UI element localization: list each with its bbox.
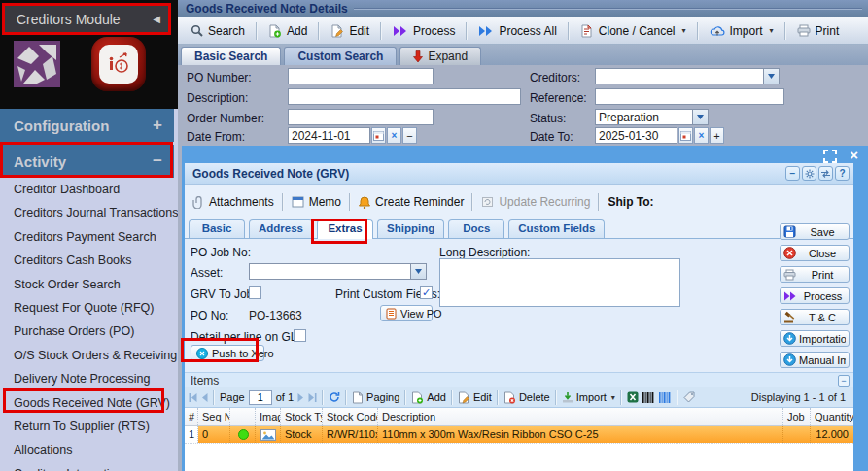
sidebar-item-creditors-interaction[interactable]: Creditors Interaction bbox=[0, 462, 178, 471]
manual-import-button[interactable]: Manual Importa bbox=[780, 352, 850, 368]
chevron-down-icon[interactable]: ▾ bbox=[611, 393, 615, 402]
col-header-description[interactable]: Description bbox=[378, 408, 783, 425]
minimize-button[interactable]: − bbox=[785, 166, 800, 181]
collapse-minus-icon[interactable]: − bbox=[153, 151, 162, 171]
collapse-sidebar-icon[interactable]: ◀ bbox=[153, 14, 160, 24]
sidebar-item-creditor-dashboard[interactable]: Creditor Dashboard bbox=[0, 178, 178, 201]
status-select[interactable]: Preparation bbox=[595, 109, 709, 125]
sidebar-item-delivery-note-processing[interactable]: Delivery Note Processing bbox=[0, 367, 178, 390]
barcode-blue-button[interactable] bbox=[659, 392, 672, 403]
tab-shipping[interactable]: Shipping bbox=[377, 219, 444, 238]
barcode-button[interactable] bbox=[642, 392, 655, 403]
process-button[interactable]: Process bbox=[386, 21, 462, 41]
search-button[interactable]: Search bbox=[184, 21, 252, 41]
order-number-input[interactable] bbox=[288, 109, 434, 125]
save-button[interactable]: Save bbox=[780, 223, 850, 240]
edit-button[interactable]: Edit bbox=[324, 21, 376, 41]
sidebar-item-creditors-cash-books[interactable]: Creditors Cash Books bbox=[0, 249, 178, 272]
sidebar-item-goods-received-note[interactable]: Goods Received Note (GRV) bbox=[0, 391, 178, 415]
settings-gear-button[interactable] bbox=[802, 166, 816, 181]
sidebar-item-allocations[interactable]: Allocations bbox=[0, 438, 178, 461]
chevron-down-icon[interactable] bbox=[692, 110, 708, 124]
tab-custom-search[interactable]: Custom Search bbox=[284, 47, 397, 65]
tab-docs[interactable]: Docs bbox=[448, 219, 504, 238]
expand-button[interactable]: Expand bbox=[399, 47, 481, 65]
refresh-grid-button[interactable] bbox=[329, 391, 340, 403]
first-page-button[interactable] bbox=[189, 393, 197, 402]
sidebar-section-configuration[interactable]: Configuration + bbox=[0, 109, 174, 142]
print-button[interactable]: Print bbox=[790, 21, 847, 41]
sidebar-item-return-to-supplier[interactable]: Return To Supplier (RTS) bbox=[0, 415, 178, 438]
delete-row-button[interactable]: Delete bbox=[503, 391, 550, 404]
tab-extras[interactable]: Extras bbox=[317, 219, 373, 239]
print-custom-fields-checkbox[interactable]: ✓ bbox=[420, 286, 433, 299]
po-number-input[interactable] bbox=[288, 68, 434, 84]
sidebar-item-os-stock-orders[interactable]: O/S Stock Orders & Receiving bbox=[0, 344, 178, 367]
grv-to-job-checkbox[interactable] bbox=[249, 286, 261, 299]
import-rows-button[interactable]: Import ▾ bbox=[562, 391, 615, 403]
help-button[interactable]: ? bbox=[835, 166, 850, 181]
sidebar-item-request-for-quote[interactable]: Request For Quote (RFQ) bbox=[0, 296, 178, 320]
close-button[interactable]: Close bbox=[780, 245, 850, 261]
tab-address[interactable]: Address bbox=[249, 219, 313, 238]
creditors-select[interactable] bbox=[595, 68, 780, 84]
description-input[interactable] bbox=[288, 88, 521, 105]
attachments-button[interactable]: Attachments bbox=[192, 195, 274, 209]
add-button[interactable]: Add bbox=[261, 21, 314, 41]
sidebar-item-creditors-payment-search[interactable]: Creditors Payment Search bbox=[0, 225, 178, 249]
sidebar-section-activity[interactable]: Activity − bbox=[0, 145, 174, 178]
import-button[interactable]: Import ▾ bbox=[703, 21, 781, 41]
chevron-down-icon[interactable]: ▾ bbox=[770, 26, 774, 35]
sidebar-item-purchase-orders[interactable]: Purchase Orders (PO) bbox=[0, 320, 178, 343]
view-po-button[interactable]: View PO bbox=[380, 305, 433, 321]
col-header-job[interactable]: Job bbox=[783, 408, 811, 425]
tag-button[interactable] bbox=[683, 391, 695, 403]
reference-input[interactable] bbox=[595, 88, 784, 105]
chevron-down-icon[interactable] bbox=[763, 69, 779, 84]
date-from-input[interactable]: 2024-11-01 bbox=[288, 127, 370, 144]
col-header-seq-no[interactable]: Seq No bbox=[198, 408, 230, 425]
export-excel-button[interactable] bbox=[627, 391, 639, 403]
process-all-button[interactable]: Process All bbox=[471, 21, 563, 41]
print-grv-button[interactable]: Print bbox=[780, 266, 850, 283]
add-row-button[interactable]: Add bbox=[411, 391, 446, 404]
sidebar-item-creditors-journal-transactions[interactable]: Creditors Journal Transactions bbox=[0, 201, 178, 224]
collapse-items-button[interactable]: − bbox=[838, 375, 850, 387]
close-icon[interactable]: × bbox=[850, 147, 858, 163]
date-from-clear-button[interactable]: × bbox=[387, 127, 401, 144]
date-to-clear-button[interactable]: × bbox=[694, 127, 709, 144]
process-grv-button[interactable]: Process bbox=[780, 287, 850, 304]
sidebar-item-stock-order-search[interactable]: Stock Order Search bbox=[0, 273, 178, 296]
col-header-image[interactable]: Image bbox=[256, 408, 281, 425]
module-title-bar[interactable]: Creditors Module ◀ bbox=[5, 6, 170, 32]
col-header-quantity[interactable]: Quantity bbox=[811, 408, 853, 425]
chevron-down-icon[interactable] bbox=[410, 264, 426, 279]
push-to-xero-button[interactable]: Push to Xero bbox=[191, 345, 264, 361]
memo-button[interactable]: Memo bbox=[292, 195, 341, 209]
date-to-input[interactable]: 2025-01-30 bbox=[595, 127, 677, 144]
clone-cancel-button[interactable]: Clone / Cancel ▾ bbox=[573, 21, 693, 41]
date-to-plus-button[interactable]: + bbox=[710, 127, 724, 144]
last-page-button[interactable] bbox=[308, 393, 317, 402]
date-to-calendar-button[interactable] bbox=[678, 127, 693, 144]
tab-custom-fields[interactable]: Custom Fields bbox=[508, 219, 605, 238]
detail-per-line-checkbox[interactable] bbox=[294, 329, 306, 342]
prev-page-button[interactable] bbox=[201, 393, 208, 402]
col-header-stock-code[interactable]: Stock Code bbox=[323, 408, 378, 425]
tab-basic-search[interactable]: Basic Search bbox=[181, 47, 281, 65]
col-header-stock-type[interactable]: Stock Type bbox=[281, 408, 323, 425]
importation-split-button[interactable]: Importation Spl bbox=[780, 330, 850, 347]
expand-plus-icon[interactable]: + bbox=[153, 116, 162, 135]
refresh-button[interactable] bbox=[818, 166, 833, 181]
tab-basic[interactable]: Basic bbox=[189, 219, 245, 238]
table-row[interactable]: 1 0 Stock R/WR/110x300/... 110mm x 300m … bbox=[185, 426, 853, 443]
col-header-num[interactable]: # bbox=[185, 408, 198, 425]
col-header-status[interactable] bbox=[230, 408, 256, 425]
date-from-minus-button[interactable]: − bbox=[402, 127, 417, 144]
long-description-textarea[interactable] bbox=[439, 258, 680, 307]
edit-row-button[interactable]: Edit bbox=[458, 391, 492, 404]
chevron-down-icon[interactable]: ▾ bbox=[682, 26, 686, 35]
create-reminder-button[interactable]: Create Reminder bbox=[359, 195, 464, 209]
terms-button[interactable]: T & C bbox=[780, 309, 850, 325]
asset-select[interactable] bbox=[249, 263, 427, 280]
